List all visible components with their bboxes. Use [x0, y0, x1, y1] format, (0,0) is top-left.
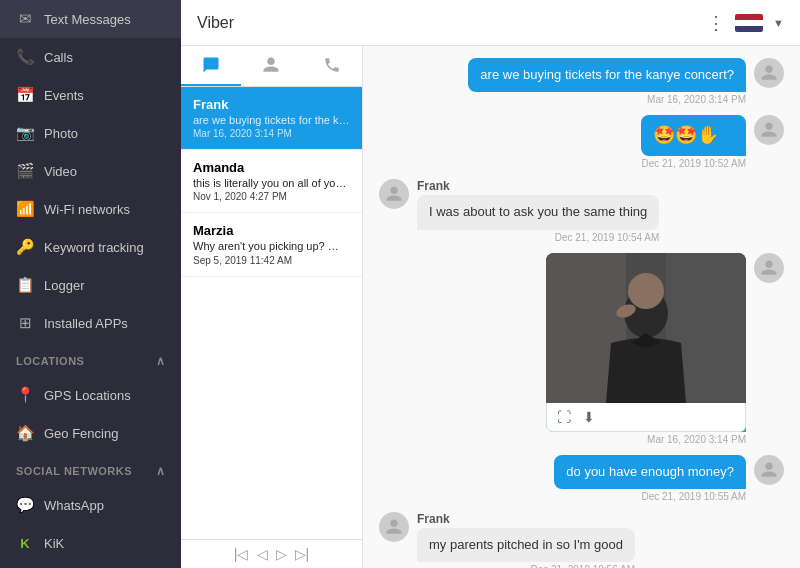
tab-chats[interactable] — [181, 46, 241, 86]
pagination-last[interactable]: ▷| — [295, 546, 310, 562]
flag-dropdown-arrow[interactable]: ▼ — [773, 17, 784, 29]
apps-icon: ⊞ — [16, 314, 34, 332]
sidebar-item-whatsapp[interactable]: 💬 WhatsApp — [0, 486, 181, 524]
message-row-5: do you have enough money? Dec 21, 2019 1… — [379, 455, 784, 502]
avatar-incoming-1 — [379, 179, 409, 209]
message-bubble-3: I was about to ask you the same thing — [417, 195, 659, 229]
sidebar-item-kik[interactable]: K KiK — [0, 524, 181, 562]
logger-icon: 📋 — [16, 276, 34, 294]
topbar-actions: ⋮ ▼ — [707, 12, 784, 34]
locations-section-header[interactable]: LOCATIONS ∧ — [0, 346, 181, 376]
message-bubble-2: 🤩🤩✋ — [641, 115, 746, 156]
bubble-wrap-1: are we buying tickets for the kanye conc… — [468, 58, 746, 105]
image-preview — [546, 253, 746, 403]
bubble-wrap-6: Frank my parents pitched in so I'm good … — [417, 512, 635, 568]
avatar-outgoing-4 — [754, 455, 784, 485]
download-icon[interactable]: ⬇ — [583, 409, 595, 425]
main-panel: Viber ⋮ ▼ Frank — [181, 0, 800, 568]
sidebar-item-geo-fencing[interactable]: 🏠 Geo Fencing — [0, 414, 181, 452]
flag-icon[interactable] — [735, 14, 763, 32]
tab-calls[interactable] — [302, 46, 362, 86]
bubble-wrap-2: 🤩🤩✋ Dec 21, 2019 10:52 AM — [641, 115, 746, 169]
locations-chevron: ∧ — [156, 354, 166, 368]
message-bubble-5: do you have enough money? — [554, 455, 746, 489]
sidebar-item-telegram[interactable]: ✈ Telegram — [0, 562, 181, 568]
sidebar-item-text-messages[interactable]: ✉ Text Messages — [0, 0, 181, 38]
message-icon: ✉ — [16, 10, 34, 28]
bubble-wrap-4: ⛶ ⬇ Mar 16, 2020 3:14 PM — [546, 253, 746, 445]
pagination: |◁ ◁ ▷ ▷| — [181, 539, 362, 568]
sidebar: ✉ Text Messages 📞 Calls 📅 Events 📷 Photo… — [0, 0, 181, 568]
sidebar-item-calls[interactable]: 📞 Calls — [0, 38, 181, 76]
bubble-wrap-3: Frank I was about to ask you the same th… — [417, 179, 659, 242]
video-icon: 🎬 — [16, 162, 34, 180]
kik-icon: K — [16, 534, 34, 552]
svg-point-4 — [628, 273, 664, 309]
fence-icon: 🏠 — [16, 424, 34, 442]
message-row-3: Frank I was about to ask you the same th… — [379, 179, 784, 242]
message-row-4: ⛶ ⬇ Mar 16, 2020 3:14 PM — [379, 253, 784, 445]
conversation-list: Frank are we buying tickets for the kany… — [181, 46, 363, 568]
pagination-prev[interactable]: ◁ — [257, 546, 268, 562]
sidebar-item-logger[interactable]: 📋 Logger — [0, 266, 181, 304]
conv-item-marzia[interactable]: Marzia Why aren't you picking up? 😂😂😂 Se… — [181, 213, 362, 277]
topbar: Viber ⋮ ▼ — [181, 0, 800, 46]
avatar-outgoing-3 — [754, 253, 784, 283]
message-bubble-6: my parents pitched in so I'm good — [417, 528, 635, 562]
camera-icon: 📷 — [16, 124, 34, 142]
page-title: Viber — [197, 14, 234, 32]
conv-item-frank[interactable]: Frank are we buying tickets for the kany… — [181, 87, 362, 150]
sidebar-item-video[interactable]: 🎬 Video — [0, 152, 181, 190]
sidebar-item-photo[interactable]: 📷 Photo — [0, 114, 181, 152]
chat-area: are we buying tickets for the kanye conc… — [363, 46, 800, 568]
image-bubble: ⛶ ⬇ — [546, 253, 746, 432]
chat-image-svg — [546, 253, 746, 403]
image-controls: ⛶ ⬇ — [546, 403, 746, 432]
key-icon: 🔑 — [16, 238, 34, 256]
sidebar-item-gps-locations[interactable]: 📍 GPS Locations — [0, 376, 181, 414]
more-options-icon[interactable]: ⋮ — [707, 12, 725, 34]
sidebar-item-installed-apps[interactable]: ⊞ Installed APPs — [0, 304, 181, 342]
sidebar-item-keyword-tracking[interactable]: 🔑 Keyword tracking — [0, 228, 181, 266]
calendar-icon: 📅 — [16, 86, 34, 104]
avatar-outgoing-1 — [754, 58, 784, 88]
tab-contacts[interactable] — [241, 46, 301, 86]
fullscreen-icon[interactable]: ⛶ — [557, 409, 571, 425]
conv-item-amanda[interactable]: Amanda this is literally you on all of y… — [181, 150, 362, 213]
pagination-next[interactable]: ▷ — [276, 546, 287, 562]
wifi-icon: 📶 — [16, 200, 34, 218]
message-row-2: 🤩🤩✋ Dec 21, 2019 10:52 AM — [379, 115, 784, 169]
conversation-items: Frank are we buying tickets for the kany… — [181, 87, 362, 539]
content-area: Frank are we buying tickets for the kany… — [181, 46, 800, 568]
phone-icon: 📞 — [16, 48, 34, 66]
avatar-outgoing-2 — [754, 115, 784, 145]
pin-icon: 📍 — [16, 386, 34, 404]
message-bubble-1: are we buying tickets for the kanye conc… — [468, 58, 746, 92]
sidebar-item-wifi[interactable]: 📶 Wi-Fi networks — [0, 190, 181, 228]
pagination-first[interactable]: |◁ — [234, 546, 249, 562]
social-networks-chevron: ∧ — [156, 464, 166, 478]
bubble-wrap-5: do you have enough money? Dec 21, 2019 1… — [554, 455, 746, 502]
avatar-incoming-2 — [379, 512, 409, 542]
social-networks-section-header[interactable]: SOCIAL NETWORKS ∧ — [0, 456, 181, 486]
conv-tabs — [181, 46, 362, 87]
sidebar-item-events[interactable]: 📅 Events — [0, 76, 181, 114]
message-row-1: are we buying tickets for the kanye conc… — [379, 58, 784, 105]
message-row-6: Frank my parents pitched in so I'm good … — [379, 512, 784, 568]
whatsapp-icon: 💬 — [16, 496, 34, 514]
